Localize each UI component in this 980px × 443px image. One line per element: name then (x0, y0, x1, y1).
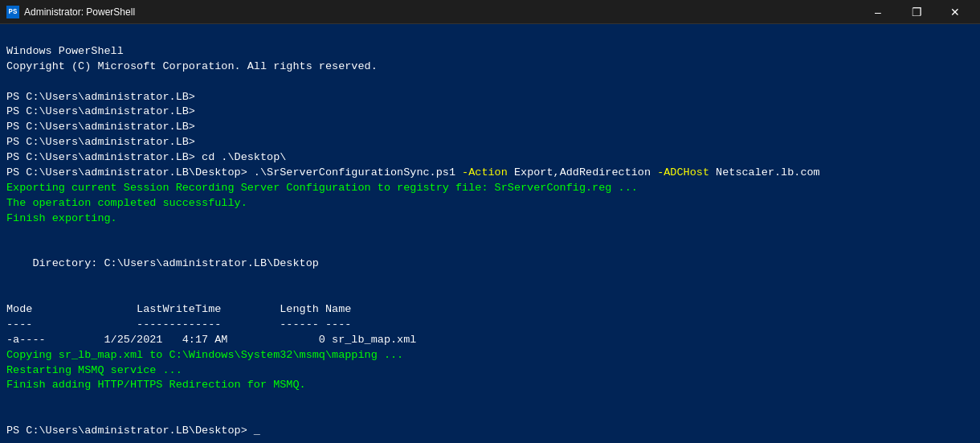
close-button[interactable]: ✕ (937, 0, 974, 24)
line-1: Windows PowerShell (6, 45, 124, 57)
powershell-icon: PS (6, 6, 19, 18)
title-bar: PS Administrator: PowerShell – ❐ ✕ (0, 0, 980, 24)
line-exporting: Exporting current Session Recording Serv… (6, 182, 638, 194)
minimize-button[interactable]: – (860, 0, 896, 24)
line-5: PS C:\Users\administrator.LB> (6, 105, 195, 117)
line-dir: Directory: C:\Users\administrator.LB\Des… (6, 257, 319, 269)
line-4: PS C:\Users\administrator.LB> (6, 91, 195, 103)
line-restarting: Restarting MSMQ service ... (6, 364, 182, 376)
line-finish-export: Finish exporting. (6, 212, 117, 224)
line-cd: PS C:\Users\administrator.LB> cd .\Deskt… (6, 151, 286, 163)
line-2: Copyright (C) Microsoft Corporation. All… (6, 60, 378, 72)
title-bar-left: PS Administrator: PowerShell (6, 6, 135, 18)
line-7: PS C:\Users\administrator.LB> (6, 136, 195, 148)
line-file: -a---- 1/25/2021 4:17 AM 0 sr_lb_map.xml (6, 334, 416, 346)
window-title: Administrator: PowerShell (24, 6, 135, 18)
line-mode-dashes: ---- ------------- ------ ---- (6, 318, 351, 330)
title-bar-controls: – ❐ ✕ (860, 0, 974, 24)
terminal-output[interactable]: Windows PowerShell Copyright (C) Microso… (0, 24, 980, 443)
line-copying: Copying sr_lb_map.xml to C:\Windows\Syst… (6, 349, 403, 361)
line-6: PS C:\Users\administrator.LB> (6, 121, 195, 133)
line-cmd: PS C:\Users\administrator.LB\Desktop> .\… (6, 166, 820, 178)
line-operation: The operation completed successfully. (6, 197, 247, 209)
line-mode-header: Mode LastWriteTime Length Name (6, 303, 351, 315)
line-prompt: PS C:\Users\administrator.LB\Desktop> _ (6, 425, 260, 437)
line-finish-add: Finish adding HTTP/HTTPS Redirection for… (6, 379, 306, 391)
restore-button[interactable]: ❐ (898, 0, 935, 24)
